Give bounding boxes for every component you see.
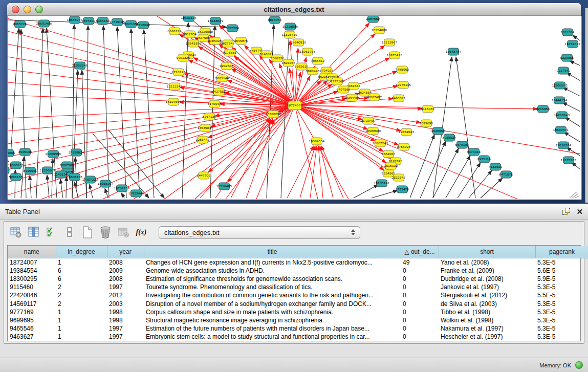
table-row[interactable]: 2242004622012Investigating the contribut… (8, 291, 588, 299)
graph-node-label: 8267130 (203, 115, 216, 118)
graph-node-label: 13505135 (67, 175, 83, 179)
delete-table-icon[interactable] (98, 225, 113, 240)
node-table[interactable]: namein_degreeyeartitle△ out_de...shortpa… (8, 246, 588, 341)
graph-node-label: 9463627 (392, 96, 406, 100)
table-select-value: citations_edges.txt (159, 229, 349, 236)
memory-status-label: Memory: OK (539, 362, 571, 368)
merge-rows-icon[interactable] (62, 225, 77, 240)
close-panel-icon[interactable]: ✕ (576, 208, 583, 215)
table-row[interactable]: 946362711997Embryonic stem cells: a mode… (8, 333, 588, 341)
table-cell: Corpus callosum shape and size in male p… (144, 308, 401, 316)
graph-node-label: 1546876 (234, 39, 248, 42)
splitpane-grip[interactable]: ▲ (289, 200, 297, 204)
import-table-disabled-icon (116, 225, 131, 240)
column-header-in_degree[interactable]: in_degree (56, 246, 107, 258)
graph-node-label: 16782759 (114, 186, 130, 190)
graph-node-label: 15692371 (553, 128, 569, 132)
column-header-short[interactable]: short (439, 246, 535, 258)
column-header-out_de[interactable]: △ out_de... (401, 246, 439, 258)
graph-node-label: 8990448 (306, 69, 320, 73)
table-cell: 2008 (107, 275, 144, 283)
table-row[interactable]: 977716911998Corpus callosum shape and si… (8, 308, 588, 316)
graph-node-label: 20364486 (344, 96, 360, 99)
table-cell: 5.3E-5 (535, 333, 588, 341)
close-window-button[interactable] (12, 6, 19, 13)
column-header-pagerank[interactable]: pagerank (535, 246, 588, 258)
graph-node-label: 10688609 (365, 129, 381, 133)
graph-node-label: 10973493 (387, 53, 403, 57)
graph-node-label: 8912954 (183, 32, 197, 36)
graph-node-label: 2718126 (172, 70, 186, 74)
float-panel-icon[interactable] (562, 208, 570, 215)
graph-node-label: 9756928 (397, 145, 411, 148)
graph-node-label: 8938924 (443, 136, 456, 139)
graph-node-label: 9901326 (177, 56, 190, 59)
table-cell: 5.6E-5 (535, 267, 588, 275)
minimize-window-button[interactable] (24, 6, 31, 13)
table-panel-body: f(x) citations_edges.txt namein_degreeye… (4, 221, 584, 344)
column-header-title[interactable]: title (144, 246, 401, 258)
table-cell: 5.3E-5 (535, 316, 588, 324)
table-row[interactable]: 1872400712008Changes of HCN gene express… (8, 258, 588, 267)
table-cell: 0 (401, 267, 439, 275)
graph-node-label: 16210643 (554, 113, 570, 117)
graph-node-label: 15716485 (216, 184, 232, 188)
table-row[interactable]: 946554611997Estimation of the future num… (8, 324, 588, 333)
table-cell: Nakamura et al. (1997) (439, 324, 535, 333)
network-canvas[interactable]: 1872400720557242069140610655247152760264… (8, 16, 580, 200)
table-cell: 2 (56, 283, 107, 291)
column-chooser-icon[interactable] (26, 225, 41, 240)
zoom-window-button[interactable] (35, 6, 43, 13)
function-builder-icon[interactable]: f(x) (134, 225, 149, 240)
memory-status-indicator[interactable] (575, 361, 583, 369)
table-row[interactable]: 1456911722003Disruption of a novel membe… (8, 299, 588, 308)
new-table-icon[interactable] (80, 225, 95, 240)
graph-node-label: 18807243 (373, 141, 388, 145)
graph-node-label: 7857224 (226, 26, 239, 30)
column-header-year[interactable]: year (107, 246, 144, 258)
network-graph-area[interactable]: 1872400720557242069140610655247152760264… (7, 16, 582, 200)
graph-node-label: 18107554 (166, 100, 182, 103)
graph-node-label: 1733426 (396, 187, 409, 191)
graph-node-label: 9684067 (382, 152, 396, 156)
table-cell: Wolkin et al. (1998) (439, 316, 535, 324)
graph-node-label: 9242848 (220, 64, 234, 68)
graph-node-label: 9115460 (421, 107, 435, 111)
graph-node-label: 1527602 (82, 19, 96, 23)
table-cell: 9465546 (8, 324, 56, 333)
graph-node-label: 1947931 (8, 168, 11, 172)
graph-node-label: 9699695 (420, 121, 433, 125)
graph-node-label: 8427552 (212, 90, 226, 93)
table-row[interactable]: 969969511998Structural magnetic resonanc… (8, 316, 588, 324)
table-cell: de Silva et al. (2003) (439, 299, 535, 308)
table-cell: 5.9E-5 (535, 275, 588, 283)
graph-node-label: 7462664 (347, 84, 361, 87)
graph-node-label: 11325419 (282, 33, 297, 36)
table-cell: 2009 (107, 267, 144, 275)
table-settings-icon[interactable] (8, 225, 24, 240)
graph-node-label: 19654923 (399, 130, 415, 134)
network-window-titlebar[interactable]: citations_edges.txt (7, 3, 581, 16)
table-cell: 1998 (107, 308, 144, 316)
network-view-window[interactable]: citations_edges.txt 18724007205572420691… (7, 3, 581, 200)
graph-node-label: 3915941 (24, 169, 37, 172)
table-row[interactable]: 1830029562008Estimation of significance … (8, 275, 588, 283)
column-header-name[interactable]: name (8, 246, 56, 258)
table-cell: 5.5E-5 (535, 291, 588, 299)
select-all-check-icon[interactable] (44, 225, 59, 240)
table-select-dropdown[interactable]: citations_edges.txt (159, 226, 360, 239)
graph-node-label: 2055724 (13, 22, 27, 26)
graph-node-label: 9524861 (382, 171, 396, 175)
table-row[interactable]: 911546021997Tourette syndrome. Phenomeno… (8, 283, 588, 291)
graph-node-label: 6497568 (337, 87, 351, 91)
table-row[interactable]: 1938455462009Genome-wide association stu… (8, 267, 588, 275)
table-cell: 0 (401, 299, 439, 308)
table-cell: 1997 (107, 283, 144, 291)
graph-node-label: 18300295 (266, 112, 281, 116)
table-cell: 49 (401, 258, 439, 267)
graph-node-label: 1640954 (431, 129, 445, 133)
graph-node-label: 7485063 (396, 68, 409, 71)
table-cell: 1 (56, 324, 107, 333)
table-cell: Tourette syndrome. Phenomenology and cla… (144, 283, 401, 291)
table-cell: 18300295 (8, 275, 56, 283)
